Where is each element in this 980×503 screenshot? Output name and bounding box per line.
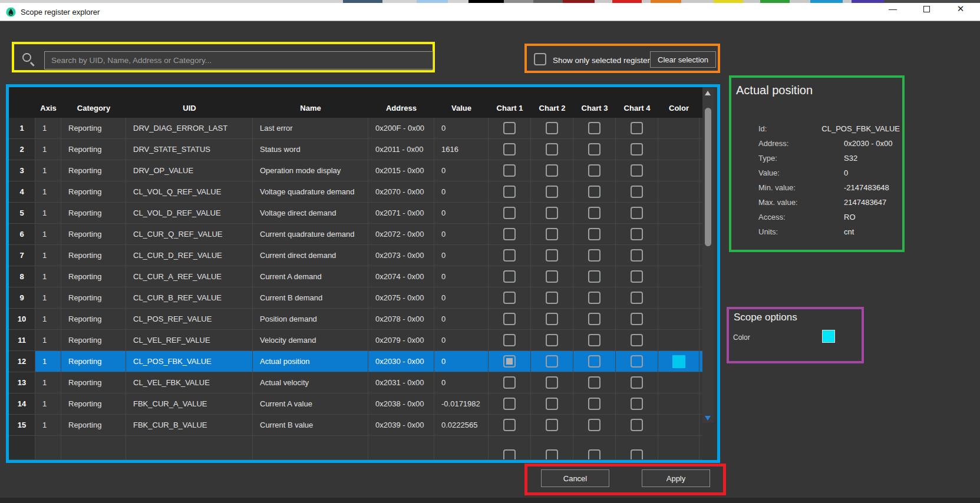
table-row[interactable]: 51ReportingCL_VOL_D_REF_VALUEVoltage dir…	[9, 203, 702, 224]
chart4-checkbox[interactable]	[631, 376, 643, 389]
chart2-checkbox[interactable]	[546, 398, 558, 410]
chart2-checkbox[interactable]	[546, 334, 558, 346]
chart1-checkbox[interactable]	[503, 228, 516, 240]
chart3-checkbox[interactable]	[588, 292, 600, 304]
chart1-checkbox[interactable]	[503, 419, 516, 431]
chart3-checkbox[interactable]	[588, 334, 600, 346]
table-row[interactable]: 41ReportingCL_VOL_Q_REF_VALUEVoltage qua…	[9, 181, 702, 203]
chart2-checkbox[interactable]	[546, 122, 558, 134]
chart4-checkbox[interactable]	[631, 449, 643, 461]
column-header[interactable]: Address	[368, 87, 434, 118]
scrollbar-thumb[interactable]	[705, 108, 711, 246]
column-header[interactable]: Chart 3	[573, 87, 616, 118]
table-row[interactable]: 101ReportingCL_POS_REF_VALUEPosition dem…	[9, 309, 702, 330]
cancel-button[interactable]: Cancel	[541, 469, 609, 487]
chart3-checkbox[interactable]	[588, 355, 600, 368]
register-table[interactable]: AxisCategoryUIDNameAddressValueChart 1Ch…	[9, 87, 702, 460]
chart1-checkbox[interactable]	[503, 355, 516, 368]
chart3-checkbox[interactable]	[588, 164, 600, 177]
title-bar[interactable]: Scope register explorer	[0, 3, 980, 21]
chart2-checkbox[interactable]	[546, 313, 558, 325]
chart4-checkbox[interactable]	[631, 186, 643, 198]
chart4-checkbox[interactable]	[631, 249, 643, 262]
table-row[interactable]: 81ReportingCL_CUR_A_REF_VALUECurrent A d…	[9, 266, 702, 287]
table-row[interactable]: 21ReportingDRV_STATE_STATUSStatus word0x…	[9, 139, 702, 160]
chart2-checkbox[interactable]	[546, 164, 558, 177]
column-header[interactable]: Chart 4	[616, 87, 658, 118]
close-button[interactable]: ✕	[947, 0, 974, 18]
table-row[interactable]: 151ReportingFBK_CUR_B_VALUECurrent B val…	[9, 415, 702, 436]
maximize-button[interactable]	[913, 0, 940, 18]
table-row[interactable]: 131ReportingCL_VEL_FBK_VALUEActual veloc…	[9, 372, 702, 393]
apply-button[interactable]: Apply	[642, 469, 710, 487]
chart4-checkbox[interactable]	[631, 143, 643, 155]
chart1-checkbox[interactable]	[503, 270, 516, 283]
chart1-checkbox[interactable]	[503, 249, 516, 262]
chart3-checkbox[interactable]	[588, 270, 600, 283]
chart2-checkbox[interactable]	[546, 228, 558, 240]
table-row[interactable]: 11ReportingDRV_DIAG_ERROR_LASTLast error…	[9, 118, 702, 139]
chart1-checkbox[interactable]	[503, 292, 516, 304]
chart1-checkbox[interactable]	[503, 334, 516, 346]
column-header[interactable]: Chart 1	[489, 87, 531, 118]
chart4-checkbox[interactable]	[631, 419, 643, 431]
table-row[interactable]: 31ReportingDRV_OP_VALUEOperation mode di…	[9, 160, 702, 181]
chart2-checkbox[interactable]	[546, 270, 558, 283]
table-row[interactable]	[9, 436, 702, 460]
chart4-checkbox[interactable]	[631, 228, 643, 240]
clear-selection-button[interactable]: Clear selection	[650, 51, 716, 68]
chart1-checkbox[interactable]	[503, 313, 516, 325]
chart4-checkbox[interactable]	[631, 355, 643, 368]
column-header[interactable]: Name	[253, 87, 368, 118]
chart3-checkbox[interactable]	[588, 313, 600, 325]
chart2-checkbox[interactable]	[546, 449, 558, 461]
chart4-checkbox[interactable]	[631, 164, 643, 177]
column-header[interactable]: Category	[61, 87, 126, 118]
chart3-checkbox[interactable]	[588, 376, 600, 389]
chart1-checkbox[interactable]	[503, 143, 516, 155]
chart2-checkbox[interactable]	[546, 249, 558, 262]
chart3-checkbox[interactable]	[588, 249, 600, 262]
chart3-checkbox[interactable]	[588, 449, 600, 461]
chart2-checkbox[interactable]	[546, 207, 558, 219]
chart3-checkbox[interactable]	[588, 398, 600, 410]
column-header[interactable]: Chart 2	[531, 87, 573, 118]
chart3-checkbox[interactable]	[588, 207, 600, 219]
table-row[interactable]: 141ReportingFBK_CUR_A_VALUECurrent A val…	[9, 393, 702, 415]
chart2-checkbox[interactable]	[546, 376, 558, 389]
chart1-checkbox[interactable]	[503, 207, 516, 219]
chart1-checkbox[interactable]	[503, 122, 516, 134]
chart2-checkbox[interactable]	[546, 292, 558, 304]
table-row[interactable]: 71ReportingCL_CUR_D_REF_VALUECurrent dir…	[9, 245, 702, 266]
show-only-selected-checkbox[interactable]	[534, 53, 546, 65]
chart1-checkbox[interactable]	[503, 398, 516, 410]
chart2-checkbox[interactable]	[546, 186, 558, 198]
search-input[interactable]	[44, 51, 433, 70]
chart2-checkbox[interactable]	[546, 419, 558, 431]
table-scrollbar[interactable]	[702, 88, 714, 423]
minimize-button[interactable]: —	[879, 0, 906, 18]
chart1-checkbox[interactable]	[503, 164, 516, 177]
chart4-checkbox[interactable]	[631, 292, 643, 304]
chart4-checkbox[interactable]	[631, 207, 643, 219]
column-header[interactable]: Color	[658, 87, 699, 118]
table-row[interactable]: 91ReportingCL_CUR_B_REF_VALUECurrent B d…	[9, 287, 702, 309]
scroll-down-icon[interactable]	[705, 416, 711, 421]
column-header[interactable]	[9, 87, 35, 118]
table-row[interactable]: 111ReportingCL_VEL_REF_VALUEVelocity dem…	[9, 330, 702, 351]
chart4-checkbox[interactable]	[631, 122, 643, 134]
chart3-checkbox[interactable]	[588, 122, 600, 134]
chart1-checkbox[interactable]	[503, 376, 516, 389]
table-row[interactable]: 61ReportingCL_CUR_Q_REF_VALUECurrent qua…	[9, 224, 702, 245]
chart2-checkbox[interactable]	[546, 355, 558, 368]
chart3-checkbox[interactable]	[588, 143, 600, 155]
column-header[interactable]: Value	[434, 87, 489, 118]
column-header[interactable]: UID	[126, 87, 253, 118]
chart4-checkbox[interactable]	[631, 270, 643, 283]
scroll-up-icon[interactable]	[705, 91, 711, 95]
chart3-checkbox[interactable]	[588, 228, 600, 240]
chart4-checkbox[interactable]	[631, 313, 643, 325]
chart1-checkbox[interactable]	[503, 449, 516, 461]
column-header[interactable]: Axis	[35, 87, 61, 118]
chart3-checkbox[interactable]	[588, 186, 600, 198]
